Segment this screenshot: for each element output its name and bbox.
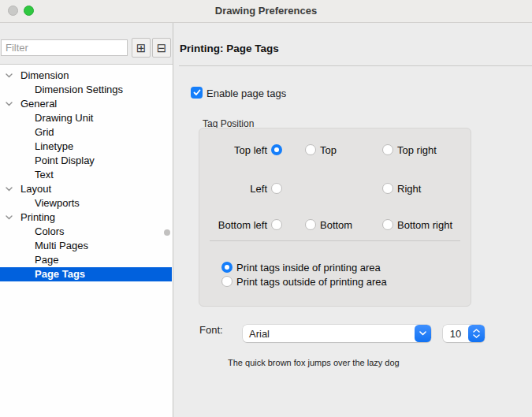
expand-all-button[interactable]: ⊞ <box>132 38 151 58</box>
radio-label: Top right <box>397 144 437 156</box>
tree-item-dimension[interactable]: Dimension <box>0 69 172 83</box>
radio-label: Bottom right <box>397 219 452 231</box>
radio-label: Print tags outside of printing area <box>236 276 387 288</box>
tree-item-label: Linetype <box>35 140 73 152</box>
tree-item-label: General <box>20 98 57 110</box>
chevron-down-icon[interactable] <box>6 73 13 78</box>
tree-item-page[interactable]: Page <box>0 253 172 267</box>
tree-item-label: Viewports <box>35 197 80 209</box>
font-label: Font: <box>199 324 223 336</box>
radio-icon <box>382 183 393 194</box>
tree-item-drawing-unit[interactable]: Drawing Unit <box>0 111 172 125</box>
tree-item-point-display[interactable]: Point Display <box>0 154 172 168</box>
title-bar: Drawing Preferences <box>0 0 532 23</box>
radio-print-inside[interactable]: Print tags inside of printing area <box>221 261 381 274</box>
radio-label: Left <box>250 183 267 195</box>
font-size-stepper[interactable]: 10 <box>443 325 485 342</box>
tree-item-label: Layout <box>20 183 51 195</box>
tree-item-label: Colors <box>35 225 65 237</box>
chevron-up-icon <box>473 329 480 333</box>
window-title: Drawing Preferences <box>0 5 532 17</box>
tree-item-dimension-settings[interactable]: Dimension Settings <box>0 83 172 97</box>
radio-icon <box>382 219 393 230</box>
tree-item-viewports[interactable]: Viewports <box>0 196 172 210</box>
tree-item-label: Grid <box>35 126 54 138</box>
radio-icon <box>271 144 282 155</box>
tree-item-label: Page <box>35 254 58 266</box>
tree-item-printing[interactable]: Printing <box>0 210 172 225</box>
radio-bottom[interactable]: Bottom <box>305 218 352 231</box>
radio-bottom-right[interactable]: Bottom right <box>382 218 452 231</box>
radio-icon <box>305 144 316 155</box>
tree-item-label: Dimension Settings <box>35 84 123 95</box>
tree-item-label: Text <box>35 169 54 181</box>
radio-label: Bottom <box>320 219 352 231</box>
tree-item-text[interactable]: Text <box>0 168 172 182</box>
tree-item-general[interactable]: General <box>0 97 172 111</box>
stepper-cap <box>468 325 485 342</box>
dropdown-cap <box>415 325 431 342</box>
radio-icon <box>221 276 233 287</box>
header-divider <box>179 65 532 66</box>
groupbox-separator <box>210 240 460 241</box>
radio-label: Bottom left <box>218 219 267 231</box>
chevron-down-icon[interactable] <box>6 102 13 106</box>
font-preview-text: The quick brown fox jumps over the lazy … <box>228 358 400 367</box>
chevron-down-icon[interactable] <box>6 187 13 192</box>
radio-label: Print tags inside of printing area <box>236 262 381 274</box>
tag-position-groupbox: Top left Top Top right Left Right Bottom… <box>199 128 471 307</box>
tree-item-colors[interactable]: Colors <box>0 225 172 239</box>
expand-all-icon: ⊞ <box>136 42 147 54</box>
tree-item-multi-pages[interactable]: Multi Pages <box>0 239 172 253</box>
splitter-handle[interactable] <box>164 229 170 236</box>
radio-icon <box>271 183 282 194</box>
settings-tree-panel: Dimension Dimension Settings General Dra… <box>0 64 173 417</box>
tree-item-page-tags[interactable]: Page Tags <box>0 267 172 281</box>
radio-icon <box>382 144 393 155</box>
radio-icon <box>305 219 316 230</box>
tree-item-linetype[interactable]: Linetype <box>0 140 172 154</box>
radio-left[interactable]: Left <box>199 182 282 195</box>
font-size-value: 10 <box>443 328 468 340</box>
tree-item-label: Printing <box>20 211 55 223</box>
tree-item-grid[interactable]: Grid <box>0 125 172 140</box>
font-family-dropdown[interactable]: Arial <box>243 325 431 342</box>
chevron-down-icon <box>473 334 480 338</box>
radio-top[interactable]: Top <box>305 143 337 156</box>
chevron-down-icon[interactable] <box>6 215 13 220</box>
radio-bottom-left[interactable]: Bottom left <box>199 218 282 231</box>
tree-item-layout[interactable]: Layout <box>0 182 172 196</box>
enable-page-tags-label: Enable page tags <box>206 87 286 99</box>
tree-item-label: Page Tags <box>35 268 85 280</box>
enable-page-tags-checkbox[interactable] <box>191 87 203 99</box>
radio-right[interactable]: Right <box>382 182 421 195</box>
page-title: Printing: Page Tags <box>180 43 279 54</box>
settings-tree: Dimension Dimension Settings General Dra… <box>0 69 172 281</box>
radio-label: Right <box>397 183 421 195</box>
radio-top-right[interactable]: Top right <box>382 143 437 156</box>
tree-item-label: Multi Pages <box>35 240 88 251</box>
radio-top-left[interactable]: Top left <box>199 143 282 156</box>
panel-divider <box>173 23 173 417</box>
collapse-all-icon: ⊟ <box>157 42 167 54</box>
chevron-down-icon <box>419 331 426 336</box>
radio-print-outside[interactable]: Print tags outside of printing area <box>221 275 387 288</box>
radio-label: Top left <box>234 144 267 156</box>
radio-label: Top <box>320 144 337 156</box>
filter-input[interactable] <box>1 39 128 56</box>
tree-item-label: Dimension <box>20 69 69 81</box>
radio-icon <box>271 219 282 230</box>
collapse-all-button[interactable]: ⊟ <box>152 38 171 58</box>
tree-item-label: Point Display <box>35 155 95 166</box>
tree-item-label: Drawing Unit <box>35 112 93 124</box>
checkmark-icon <box>193 89 201 96</box>
radio-icon <box>221 262 233 273</box>
font-family-value: Arial <box>243 328 415 340</box>
